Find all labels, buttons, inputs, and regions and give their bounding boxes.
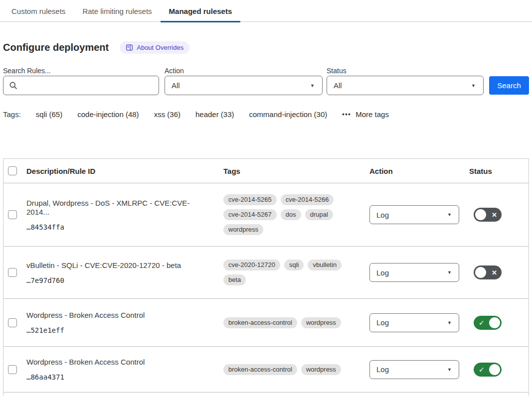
rule-description: Drupal, Wordpress - DoS - XMLRPC - CVE:C… — [26, 199, 210, 217]
toggle-state-icon: ✕ — [492, 269, 497, 276]
tab-rate-limiting-rulesets[interactable]: Rate limiting rulesets — [74, 0, 160, 22]
action-filter-select[interactable]: All ▼ — [165, 76, 323, 95]
rule-id: …84534ffa — [26, 223, 64, 231]
rule-action-select[interactable]: Log ▼ — [369, 205, 459, 224]
tab-custom-rulesets[interactable]: Custom rulesets — [3, 0, 74, 22]
ruleset-tabbar: Custom rulesets Rate limiting rulesets M… — [0, 0, 532, 22]
page-title: Configure deployment — [3, 42, 109, 53]
tag-pill: cve-2014-5266 — [281, 194, 334, 205]
about-overrides-label: About Overrides — [137, 44, 183, 51]
status-filter-select[interactable]: All ▼ — [327, 76, 484, 95]
tab-managed-rulesets[interactable]: Managed rulesets — [161, 0, 241, 22]
status-toggle[interactable]: ✕ — [474, 265, 502, 279]
tag-pill: sqli — [284, 260, 304, 270]
chevron-down-icon: ▼ — [447, 320, 452, 325]
tag-pill: beta — [223, 274, 246, 285]
rule-action-select[interactable]: Log ▼ — [369, 263, 459, 282]
row-checkbox[interactable] — [8, 210, 17, 219]
tag-filter-link[interactable]: header (33) — [195, 110, 234, 119]
rule-id: …7e97d760 — [26, 276, 64, 284]
search-button[interactable]: Search — [489, 76, 529, 95]
toggle-state-icon: ✓ — [479, 319, 485, 326]
status-toggle[interactable]: ✕ — [474, 208, 502, 222]
toggle-state-icon: ✓ — [479, 366, 485, 373]
rule-id: …86aa4371 — [26, 373, 64, 381]
table-header-row: Description/Rule ID Tags Action Status — [3, 159, 529, 183]
tag-filter-link[interactable]: command-injection (30) — [249, 110, 328, 119]
rule-id: …521e1eff — [26, 326, 64, 334]
toggle-knob — [489, 364, 500, 375]
row-checkbox[interactable] — [8, 268, 17, 277]
table-row: vBulletin - SQLi - CVE:CVE-2020-12720 - … — [3, 247, 529, 299]
rule-action-select[interactable]: Log ▼ — [369, 360, 459, 379]
rule-action-value: Log — [376, 318, 389, 327]
tag-pill: wordpress — [301, 364, 341, 375]
more-tags-label: More tags — [355, 110, 389, 119]
toggle-state-icon: ✕ — [492, 212, 497, 218]
tag-pill: cve-2014-5267 — [223, 209, 277, 220]
tag-pill: wordpress — [301, 317, 341, 328]
rule-tags: broken-access-controlwordpress — [223, 299, 369, 346]
toggle-knob — [489, 317, 500, 328]
table-row: Wordpress - Broken Access Control …521e1… — [3, 299, 529, 347]
rule-action-value: Log — [376, 211, 389, 219]
about-overrides-badge[interactable]: About Overrides — [120, 41, 189, 54]
chevron-down-icon: ▼ — [447, 367, 452, 372]
tag-pill: cve-2014-5265 — [223, 194, 277, 205]
rule-action-value: Log — [376, 365, 389, 374]
rule-description: Wordpress - Broken Access Control — [26, 358, 145, 367]
chevron-down-icon: ▼ — [471, 83, 476, 88]
search-rules-label: Search Rules... — [3, 67, 51, 75]
tag-pill: wordpress — [223, 224, 263, 235]
tag-pill: broken-access-control — [223, 317, 297, 328]
chevron-down-icon: ▼ — [447, 270, 452, 275]
rule-action-value: Log — [376, 268, 389, 277]
column-header-tags: Tags — [223, 159, 369, 183]
table-row: Drupal, Wordpress - DoS - XMLRPC - CVE:C… — [3, 183, 529, 247]
more-tags-button[interactable]: More tags — [342, 110, 389, 119]
book-icon — [126, 44, 133, 51]
tag-filter-link[interactable]: code-injection (48) — [77, 110, 139, 119]
table-row-partial — [3, 393, 529, 396]
search-icon — [9, 81, 17, 90]
rule-tags: broken-access-controlwordpress — [223, 347, 369, 392]
tags-bar: Tags: sqli (65)code-injection (48)xss (3… — [3, 110, 389, 119]
toggle-knob — [475, 209, 486, 220]
tag-pill: drupal — [305, 209, 333, 220]
tag-pill: dos — [281, 209, 301, 220]
action-filter-label: Action — [165, 67, 184, 75]
rule-action-select[interactable]: Log ▼ — [369, 313, 459, 332]
row-checkbox[interactable] — [8, 318, 17, 327]
status-toggle[interactable]: ✓ — [474, 363, 502, 377]
rule-description: Wordpress - Broken Access Control — [26, 311, 145, 320]
chevron-down-icon: ▼ — [310, 83, 315, 88]
action-filter-value: All — [172, 81, 180, 90]
heading-row: Configure deployment About Overrides — [3, 41, 189, 54]
column-header-action: Action — [369, 159, 469, 183]
search-rules-input[interactable] — [21, 76, 159, 95]
tag-filter-link[interactable]: xss (36) — [154, 110, 180, 119]
managed-rules-table: Description/Rule ID Tags Action Status D… — [3, 158, 529, 396]
tag-filter-link[interactable]: sqli (65) — [36, 110, 62, 119]
tag-pill: vbulletin — [308, 260, 342, 270]
tag-filter-list: sqli (65)code-injection (48)xss (36)head… — [36, 110, 327, 119]
table-row: Wordpress - Broken Access Control …86aa4… — [3, 347, 529, 393]
row-checkbox[interactable] — [8, 365, 17, 374]
select-all-checkbox[interactable] — [8, 166, 17, 175]
search-rules-box — [3, 76, 159, 95]
tag-pill: broken-access-control — [223, 364, 297, 375]
tags-bar-label: Tags: — [3, 110, 21, 119]
status-filter-label: Status — [327, 67, 347, 75]
rule-description: vBulletin - SQLi - CVE:CVE-2020-12720 - … — [26, 261, 181, 270]
ellipsis-icon — [342, 113, 351, 116]
chevron-down-icon: ▼ — [447, 212, 452, 217]
tag-pill: cve-2020-12720 — [223, 260, 280, 270]
status-toggle[interactable]: ✓ — [474, 316, 502, 330]
column-header-status: Status — [469, 159, 529, 183]
rule-tags: cve-2020-12720sqlivbulletinbeta — [223, 247, 369, 298]
rule-tags: cve-2014-5265cve-2014-5266cve-2014-5267d… — [223, 183, 369, 246]
status-filter-value: All — [334, 81, 342, 90]
toggle-knob — [475, 267, 486, 278]
column-header-description: Description/Rule ID — [26, 159, 223, 183]
